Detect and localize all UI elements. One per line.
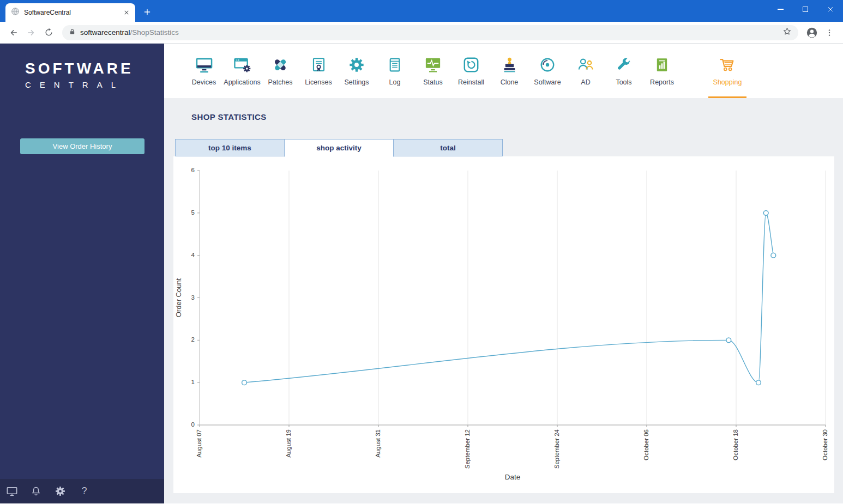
svg-text:4: 4 — [191, 252, 195, 258]
nav-item-software[interactable]: Software — [528, 44, 567, 98]
address-bar: softwarecentral/ShopStatistics — [0, 22, 843, 44]
svg-text:Date: Date — [505, 473, 521, 481]
nav-item-label: Log — [389, 78, 401, 86]
svg-text:August 19: August 19 — [285, 429, 292, 458]
view-order-history-button[interactable]: View Order History — [20, 138, 144, 154]
window-close-button[interactable] — [818, 0, 843, 19]
applications-icon — [233, 56, 251, 74]
sidebar-footer: ? — [0, 479, 164, 503]
tools-icon — [616, 56, 632, 74]
licenses-icon — [311, 56, 327, 74]
status-icon — [424, 56, 442, 74]
monitor-icon[interactable] — [5, 485, 19, 497]
tab-shop-activity[interactable]: shop activity — [284, 139, 394, 157]
nav-item-label: Settings — [344, 78, 369, 86]
nav-item-reports[interactable]: Reports — [643, 44, 681, 98]
svg-text:1: 1 — [191, 379, 195, 385]
nav-item-label: Tools — [616, 78, 631, 86]
shop-activity-chart: 0123456August 07August 19August 31Septem… — [173, 156, 834, 493]
browser-tab[interactable]: SoftwareCentral — [5, 3, 135, 22]
nav-item-licenses[interactable]: Licenses — [299, 44, 338, 98]
statistics-tabs: top 10 itemsshop activitytotal — [175, 139, 503, 157]
page-title: SHOP STATISTICS — [191, 112, 267, 122]
nav-item-label: Shopping — [713, 78, 742, 86]
browser-tab-strip: SoftwareCentral — [0, 0, 843, 22]
svg-text:0: 0 — [191, 421, 195, 428]
nav-item-label: Clone — [501, 78, 519, 86]
nav-item-devices[interactable]: Devices — [185, 44, 223, 98]
reinstall-icon — [463, 56, 479, 74]
main-area: SHOP STATISTICS top 10 itemsshop activit… — [164, 98, 843, 503]
nav-item-label: Reports — [650, 78, 674, 86]
logo-line-2: CENTRAL — [25, 80, 164, 89]
back-button[interactable] — [5, 25, 22, 41]
svg-text:2: 2 — [191, 336, 195, 343]
svg-text:October 30: October 30 — [822, 429, 828, 460]
svg-text:October 18: October 18 — [732, 429, 739, 460]
gear-icon[interactable] — [53, 485, 67, 497]
browser-menu-icon[interactable] — [821, 25, 838, 41]
log-icon — [387, 56, 402, 74]
tab-title: SoftwareCentral — [24, 9, 118, 16]
nav-item-applications[interactable]: Applications — [223, 44, 261, 98]
lock-icon[interactable] — [69, 28, 76, 38]
reload-button[interactable] — [40, 25, 57, 41]
nav-item-settings[interactable]: Settings — [338, 44, 376, 98]
tab-top-10-items[interactable]: top 10 items — [175, 139, 285, 156]
url-path: /ShopStatistics — [130, 28, 179, 37]
nav-item-clone[interactable]: Clone — [490, 44, 528, 98]
bookmark-star-icon[interactable] — [782, 27, 792, 38]
nav-item-ad[interactable]: AD — [567, 44, 605, 98]
forward-button[interactable] — [23, 25, 39, 41]
svg-text:6: 6 — [191, 167, 195, 173]
nav-item-label: Devices — [192, 78, 216, 86]
nav-item-status[interactable]: Status — [414, 44, 452, 98]
new-tab-button[interactable] — [140, 4, 155, 20]
tab-total[interactable]: total — [393, 139, 503, 156]
nav-item-patches[interactable]: Patches — [261, 44, 299, 98]
patches-icon — [272, 56, 288, 74]
url-host: softwarecentral — [80, 28, 130, 37]
nav-item-label: Software — [534, 78, 561, 86]
clone-icon — [502, 56, 517, 74]
chart-panel: 0123456August 07August 19August 31Septem… — [173, 156, 834, 493]
nav-item-label: Licenses — [305, 78, 332, 86]
nav-item-log[interactable]: Log — [376, 44, 414, 98]
nav-item-reinstall[interactable]: Reinstall — [452, 44, 490, 98]
svg-text:September 12: September 12 — [464, 429, 471, 469]
logo-line-1: SOFTWARE — [25, 60, 164, 77]
minimize-button[interactable] — [768, 0, 793, 19]
svg-text:August 31: August 31 — [375, 429, 381, 458]
software-icon — [539, 56, 556, 74]
nav-item-label: Reinstall — [458, 78, 484, 86]
nav-item-tools[interactable]: Tools — [605, 44, 643, 98]
sidebar: SOFTWARE CENTRAL View Order History ? — [0, 44, 164, 503]
svg-text:3: 3 — [191, 294, 195, 301]
devices-icon — [195, 56, 213, 74]
app-logo: SOFTWARE CENTRAL — [0, 44, 164, 89]
favicon-globe-icon — [11, 7, 20, 18]
svg-text:5: 5 — [191, 209, 195, 216]
ad-icon — [577, 56, 594, 74]
settings-icon — [348, 56, 365, 74]
nav-item-label: Applications — [224, 78, 260, 86]
nav-item-label: AD — [581, 78, 590, 86]
profile-avatar[interactable] — [804, 25, 820, 41]
svg-text:Order Count: Order Count — [174, 278, 183, 317]
svg-text:?: ? — [81, 485, 87, 496]
svg-text:October 06: October 06 — [643, 429, 649, 460]
nav-item-shopping[interactable]: Shopping — [708, 44, 746, 98]
top-navigation: DevicesApplicationsPatchesLicensesSettin… — [164, 44, 843, 98]
svg-text:September 24: September 24 — [553, 429, 560, 469]
nav-item-label: Status — [423, 78, 442, 86]
nav-item-label: Patches — [268, 78, 292, 86]
maximize-button[interactable] — [793, 0, 818, 19]
shopping-cart-icon — [719, 56, 736, 74]
reports-icon — [654, 56, 670, 74]
url-bar[interactable]: softwarecentral/ShopStatistics — [62, 25, 798, 40]
tab-close-icon[interactable] — [122, 8, 131, 17]
help-icon[interactable]: ? — [77, 485, 91, 497]
svg-text:August 07: August 07 — [196, 429, 202, 458]
bell-icon[interactable] — [29, 486, 43, 497]
